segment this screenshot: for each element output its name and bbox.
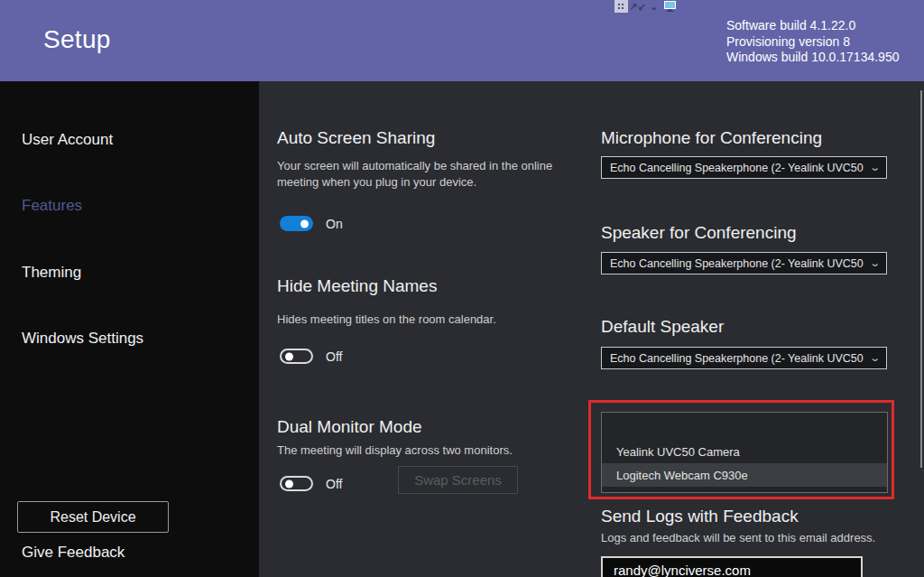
toggle-on-track (280, 216, 313, 231)
dual-monitor-mode-toggle[interactable]: Off (280, 476, 342, 491)
microphone-selected-value: Echo Cancelling Speakerphone (2- Yealink… (610, 162, 865, 174)
dual-monitor-mode-description: The meeting will display across two moni… (277, 442, 577, 459)
setup-app-window: Setup ↗↙ ⌄ Software build 4.1.22.0 Provi… (0, 0, 924, 577)
hide-meeting-names-description: Hides meeting titles on the room calenda… (277, 312, 577, 328)
toggle-off-track (280, 476, 313, 491)
sidebar-item-theming[interactable]: Theming (22, 264, 81, 282)
windows-build-text: Windows build 10.0.17134.950 (726, 50, 899, 66)
software-build-text: Software build 4.1.22.0 (726, 18, 899, 34)
floating-mini-toolbar[interactable]: ↗↙ ⌄ (614, 0, 677, 13)
provisioning-version-text: Provisioning version 8 (726, 34, 899, 51)
camera-option-yealink[interactable]: Yealink UVC50 Camera (602, 440, 887, 463)
auto-screen-sharing-title: Auto Screen Sharing (277, 128, 435, 148)
expand-icon[interactable]: ↗↙ (631, 0, 644, 13)
monitor-icon[interactable] (663, 0, 677, 13)
feedback-email-input[interactable] (601, 556, 863, 577)
sidebar: User Account Features Theming Windows Se… (0, 81, 259, 577)
default-speaker-select[interactable]: Echo Cancelling Speakerphone (2- Yealink… (601, 347, 887, 369)
features-panel: Auto Screen Sharing Your screen will aut… (259, 81, 924, 577)
chevron-down-icon[interactable]: ⌄ (647, 0, 661, 13)
give-feedback-link[interactable]: Give Feedback (22, 544, 125, 562)
auto-screen-sharing-toggle[interactable]: On (280, 216, 343, 231)
toggle-knob (285, 479, 293, 488)
microphone-select[interactable]: Echo Cancelling Speakerphone (2- Yealink… (601, 156, 887, 179)
chevron-down-icon: ⌄ (869, 257, 881, 269)
send-logs-description: Logs and feedback will be sent to this e… (601, 530, 899, 546)
speaker-selected-value: Echo Cancelling Speakerphone (2- Yealink… (610, 257, 865, 270)
sidebar-item-user-account[interactable]: User Account (22, 131, 113, 149)
chevron-down-icon: ⌄ (869, 162, 881, 173)
camera-dropdown-empty-row[interactable] (602, 413, 887, 440)
scrollbar-thumb[interactable] (920, 90, 922, 468)
toggle-knob (300, 219, 309, 228)
speaker-for-conferencing-select[interactable]: Echo Cancelling Speakerphone (2- Yealink… (601, 252, 887, 275)
build-info: Software build 4.1.22.0 Provisioning ver… (726, 18, 899, 66)
speaker-for-conferencing-title: Speaker for Conferencing (601, 223, 797, 243)
auto-screen-sharing-description: Your screen will automatically be shared… (277, 158, 577, 191)
toggle-state-label: On (326, 217, 343, 231)
app-header: Setup ↗↙ ⌄ Software build 4.1.22.0 Provi… (0, 0, 924, 81)
drag-handle-grid-icon[interactable] (614, 0, 628, 13)
reset-device-button[interactable]: Reset Device (17, 501, 169, 533)
default-speaker-title: Default Speaker (601, 317, 724, 337)
toggle-state-label: Off (326, 349, 342, 364)
toggle-state-label: Off (326, 477, 342, 491)
hide-meeting-names-title: Hide Meeting Names (277, 276, 437, 296)
page-title: Setup (43, 25, 111, 54)
toggle-knob (285, 352, 293, 360)
sidebar-item-windows-settings[interactable]: Windows Settings (22, 330, 143, 348)
hide-meeting-names-toggle[interactable]: Off (280, 349, 342, 364)
dual-monitor-mode-title: Dual Monitor Mode (277, 417, 422, 437)
camera-dropdown-open-list: Yealink UVC50 Camera Logitech Webcam C93… (601, 412, 888, 493)
swap-screens-button[interactable]: Swap Screens (398, 466, 518, 494)
default-speaker-selected-value: Echo Cancelling Speakerphone (2- Yealink… (610, 352, 865, 365)
chevron-down-icon: ⌄ (869, 352, 881, 364)
send-logs-title: Send Logs with Feedback (601, 507, 799, 526)
camera-option-logitech[interactable]: Logitech Webcam C930e (602, 463, 887, 487)
sidebar-item-features[interactable]: Features (22, 197, 82, 215)
toggle-off-track (280, 349, 313, 364)
microphone-for-conferencing-title: Microphone for Conferencing (601, 128, 822, 148)
